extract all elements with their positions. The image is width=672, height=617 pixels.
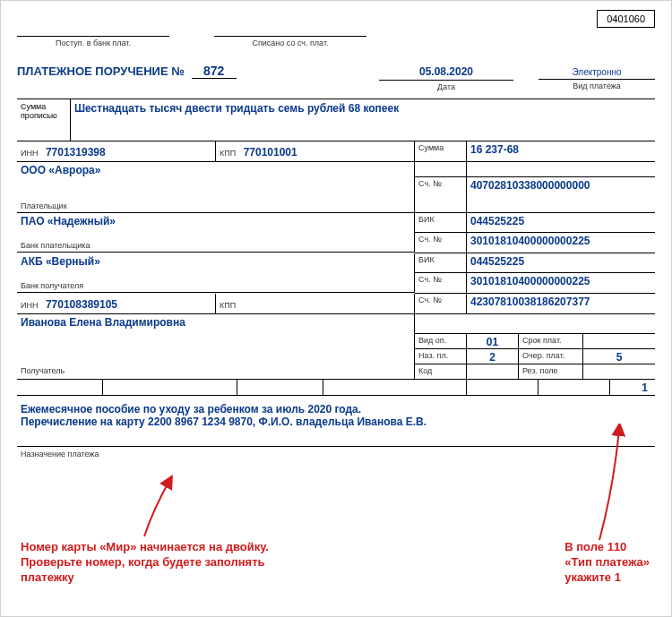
nazpl-value: 2 [467, 349, 519, 364]
bank2-label: Банк получателя [21, 281, 83, 290]
vidop-value: 01 [467, 334, 519, 348]
recip-inn-label: ИНН [21, 301, 38, 310]
vidop-label: Вид оп. [415, 334, 467, 348]
payer-kpp-label: КПП [220, 149, 236, 158]
payment-order-form: 0401060 Поступ. в банк плат. Списано со … [0, 0, 672, 617]
date-label: Дата [379, 82, 513, 91]
vid-label: Вид платежа [538, 81, 655, 90]
callout-right-2: «Тип платежа» [564, 555, 650, 570]
recip-name: Иванова Елена Владимировна [17, 314, 414, 364]
callout-right-3: укажите 1 [564, 570, 650, 586]
bank2-bik: 044525225 [467, 253, 655, 272]
bank1-bik: 044525225 [467, 213, 655, 232]
payer-name: ООО «Аврора» [17, 162, 415, 193]
callout-right-1: В поле 110 [564, 540, 650, 555]
payer-schno-label: Сч. № [415, 177, 467, 193]
purpose-line1: Ежемесячное пособие по уходу за ребенком… [21, 403, 651, 416]
form-code: 0401060 [597, 10, 655, 28]
recip-schno: 42307810038186207377 [467, 294, 655, 313]
field-110: 1 [610, 380, 655, 395]
vid-value: Электронно [538, 67, 655, 80]
payer-schno: 40702810338000000000 [467, 177, 655, 193]
bank1-bik-label: БИК [415, 213, 467, 232]
payer-inn: 7701319398 [46, 146, 106, 159]
sum-words: Шестнадцать тысяч двести тридцать семь р… [71, 99, 655, 141]
nazpl-label: Наз. пл. [415, 349, 467, 364]
ocher-value: 5 [583, 349, 655, 364]
date-value: 05.08.2020 [379, 65, 513, 81]
callout-left-3: платежку [21, 570, 269, 586]
purpose-label: Назначение платежа [21, 450, 655, 458]
purpose-line2: Перечисление на карту 2200 8967 1234 987… [21, 416, 651, 428]
bank2-name: АКБ «Верный» [21, 255, 100, 268]
bank1-name: ПАО «Надежный» [21, 215, 116, 227]
ocher-label: Очер. плат. [519, 349, 583, 364]
sum-words-label: Сумма прописью [17, 99, 71, 141]
bank2-bik-label: БИК [415, 253, 467, 272]
bank1-schno-label: Сч. № [415, 233, 467, 253]
arrow-right-icon [585, 424, 630, 549]
callout-left-2: Проверьте номер, когда будете заполнять [21, 555, 269, 570]
bank1-schno: 30101810400000000225 [467, 233, 655, 253]
recip-kpp-label: КПП [220, 301, 236, 310]
bank2-schno-label: Сч. № [415, 273, 467, 293]
sum-value: 16 237-68 [467, 141, 655, 161]
spisano-label: Списано со сч. плат. [214, 39, 366, 47]
bank2-schno: 30101810400000000225 [467, 273, 655, 293]
kod-label: Код [415, 364, 467, 379]
payer-kpp: 770101001 [244, 146, 297, 159]
form-title: ПЛАТЕЖНОЕ ПОРУЧЕНИЕ № [17, 64, 185, 78]
bank1-label: Банк плательщика [21, 241, 90, 250]
callout-left-1: Номер карты «Мир» начинается на двойку. [21, 540, 269, 555]
recip-inn: 770108389105 [46, 298, 117, 311]
postup-label: Поступ. в банк плат. [17, 39, 169, 47]
payer-label: Плательщик [21, 201, 67, 210]
recip-schno-label: Сч. № [415, 294, 467, 313]
order-number: 872 [192, 64, 237, 79]
payer-inn-label: ИНН [21, 149, 38, 158]
arrow-left-icon [126, 474, 180, 545]
recipient-label: Получатель [17, 364, 414, 380]
srok-label: Срок плат. [519, 334, 583, 348]
sum-label: Сумма [415, 141, 467, 161]
rez-label: Рез. поле [519, 364, 583, 379]
